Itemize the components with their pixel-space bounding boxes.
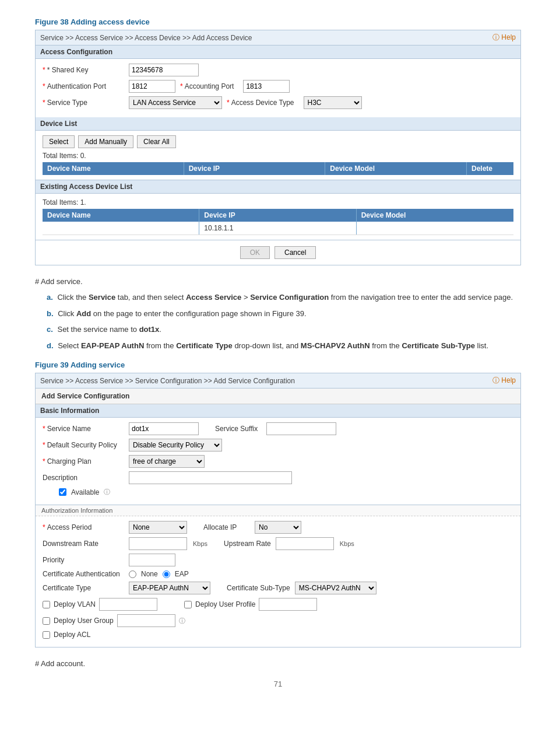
clear-all-button[interactable]: Clear All [137,135,176,148]
description-label: Description [43,474,124,482]
col-delete: Delete [467,162,513,175]
device-list-total: Total Items: 0. [43,152,513,160]
service-type-select[interactable]: LAN Access Service [129,96,222,109]
auth-info-section: Authorization Information *Access Period… [36,505,520,647]
cert-auth-none-radio[interactable] [129,570,136,578]
figure38-panel: Service >> Access Service >> Access Devi… [35,30,521,265]
add-manually-button[interactable]: Add Manually [78,135,133,148]
add-service-text: # Add service. [35,277,521,286]
cert-type-label: Certificate Type [43,584,124,592]
service-suffix-label: Service Suffix [215,425,262,433]
shared-key-label: ** Shared Key [43,66,124,74]
figure38-title: Figure 38 Adding access device [35,18,521,26]
deploy-vlan-input[interactable] [99,598,157,611]
downstream-rate-input[interactable] [129,537,187,550]
access-period-select[interactable]: None [129,521,187,534]
figure39-breadcrumb: Service >> Access Service >> Service Con… [40,377,295,385]
existing-row-ip: 10.18.1.1 [199,222,356,235]
cert-auth-eap-radio[interactable] [163,570,170,578]
auth-port-input[interactable] [129,80,175,93]
cert-type-select[interactable]: EAP-PEAP AuthN [129,582,210,594]
basic-info-content: *Service Name Service Suffix *Default Se… [36,418,520,505]
accounting-port-input[interactable] [243,80,290,93]
upstream-rate-input[interactable] [276,537,334,550]
step-b: b. Click Add on the page to enter the co… [47,308,521,320]
figure38-help[interactable]: ⓘ Help [492,33,516,43]
available-info-icon: ⓘ [104,488,110,496]
existing-list-content: Total Items: 1. Device Name Device IP De… [36,194,520,240]
auth-port-label: *Authentication Port [43,82,124,90]
figure38-header: Service >> Access Service >> Access Devi… [36,30,520,46]
priority-input[interactable] [129,554,175,566]
cert-subtype-label: Certificate Sub-Type [227,584,290,592]
existing-list-table-header: Device Name Device IP Device Model [43,209,513,222]
cancel-button[interactable]: Cancel [275,246,316,259]
default-security-select[interactable]: Disable Security Policy [129,439,222,452]
upstream-rate-label: Upstream Rate [224,540,271,548]
ok-button[interactable]: OK [240,246,270,259]
steps-list: a. Click the Service tab, and then selec… [35,292,521,351]
select-button[interactable]: Select [43,135,75,148]
downstream-rate-label: Downstream Rate [43,540,124,548]
access-device-type-label: *Access Device Type [227,99,299,107]
charging-plan-label: *Charging Plan [43,457,124,466]
deploy-user-profile-checkbox[interactable] [184,601,192,608]
access-config-content: ** Shared Key *Authentication Port *Acco… [36,59,520,117]
allocate-ip-label: Allocate IP [203,523,250,531]
cert-auth-label: Certificate Authentication [43,570,124,578]
device-list-table-header: Device Name Device IP Device Model Delet… [43,162,513,175]
service-suffix-input[interactable] [266,422,336,435]
existing-row-name [43,222,199,235]
auth-info-header: Authorization Information [36,505,520,516]
deploy-vlan-checkbox[interactable] [43,601,50,608]
figure39-help[interactable]: ⓘ Help [492,376,516,386]
cert-auth-eap-label: EAP [175,570,189,578]
existing-list-total: Total Items: 1. [43,198,513,206]
deploy-acl-label: Deploy ACL [54,631,90,639]
access-config-header: Access Configuration [36,46,520,59]
figure39-panel: Service >> Access Service >> Service Con… [35,373,521,648]
col-device-ip: Device IP [184,162,326,175]
step-d: d. Select EAP-PEAP AuthN from the Certif… [47,340,521,352]
deploy-user-group-info: ⓘ [179,617,185,625]
existing-row-model [357,222,513,235]
deploy-user-group-checkbox[interactable] [43,617,50,625]
cert-auth-radio-group: None EAP [129,570,189,578]
description-input[interactable] [129,471,292,484]
add-service-config-label: Add Service Configuration [36,388,520,404]
col-device-name: Device Name [43,162,184,175]
device-list-header: Device List [36,117,520,131]
service-name-input[interactable] [129,422,199,435]
kbps-label-1: Kbps [193,540,207,547]
step-a: a. Click the Service tab, and then selec… [47,292,521,303]
figure39-header: Service >> Access Service >> Service Con… [36,373,520,388]
shared-key-input[interactable] [129,64,199,76]
device-list-content: Select Add Manually Clear All Total Item… [36,131,520,180]
existing-list-row: 10.18.1.1 [43,222,513,235]
available-checkbox[interactable] [59,488,66,496]
access-period-label: *Access Period [43,523,124,531]
deploy-acl-row: Deploy ACL [43,631,513,639]
cert-subtype-select[interactable]: MS-CHAPV2 AuthN [295,582,376,594]
deploy-acl-checkbox[interactable] [43,631,50,639]
cert-auth-none-label: None [141,570,158,578]
ok-cancel-bar: OK Cancel [36,240,520,265]
existing-col-device-ip: Device IP [199,209,356,222]
col-device-model: Device Model [325,162,467,175]
allocate-ip-select[interactable]: No [255,521,301,534]
deploy-vlan-label: Deploy VLAN [54,600,96,608]
service-name-label: *Service Name [43,425,124,433]
available-label: Available [71,488,99,496]
step-c: c. Set the service name to dot1x. [47,324,521,335]
deploy-user-profile-input[interactable] [259,598,317,611]
priority-label: Priority [43,556,124,564]
deploy-user-profile-label: Deploy User Profile [195,600,255,608]
auth-info-content: *Access Period None Allocate IP No Downs… [36,516,520,647]
existing-list-header: Existing Access Device List [36,180,520,194]
access-device-type-select[interactable]: H3C [304,96,362,109]
deploy-user-group-label: Deploy User Group [54,617,114,625]
figure38-breadcrumb: Service >> Access Service >> Access Devi… [40,34,252,42]
charging-plan-select[interactable]: free of charge [129,455,205,468]
accounting-port-label: *Accounting Port [180,82,238,90]
deploy-user-group-input[interactable] [117,614,175,627]
